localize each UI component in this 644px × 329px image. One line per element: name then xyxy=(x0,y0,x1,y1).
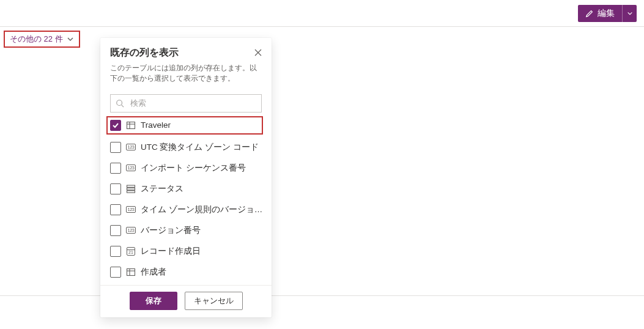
column-checkbox[interactable] xyxy=(110,225,121,236)
save-button[interactable]: 保存 xyxy=(130,292,177,310)
column-row[interactable]: 21レコード作成日 xyxy=(110,241,269,262)
column-label: 作成者 xyxy=(141,267,166,278)
column-checkbox[interactable] xyxy=(110,183,121,194)
close-button[interactable] xyxy=(252,46,264,59)
footer-divider xyxy=(0,295,644,296)
column-type-icon: 123 xyxy=(126,142,136,152)
column-row[interactable]: 123タイム ゾーン規則のバージョン番号 xyxy=(110,199,269,220)
svg-rect-7 xyxy=(127,268,135,275)
column-label: Traveler xyxy=(141,120,171,130)
columns-list[interactable]: Traveler123UTC 変換タイム ゾーン コード123インポート シーケ… xyxy=(100,116,272,285)
column-label: バージョン番号 xyxy=(141,225,201,236)
column-checkbox[interactable] xyxy=(110,142,121,153)
column-row[interactable]: 作成者 xyxy=(110,262,269,283)
column-checkbox[interactable] xyxy=(110,267,121,278)
search-icon xyxy=(116,99,124,108)
svg-rect-6 xyxy=(127,191,135,193)
column-checkbox[interactable] xyxy=(110,163,121,174)
column-type-icon xyxy=(126,120,136,130)
more-columns-dropdown[interactable]: その他の 22 件 xyxy=(4,31,80,48)
close-icon xyxy=(254,49,262,56)
save-button-label: 保存 xyxy=(146,295,161,306)
edit-button-label: 編集 xyxy=(598,8,615,19)
show-existing-columns-popover: 既存の列を表示 このテーブルには追加の列が存在します。以下の一覧から選択して表示… xyxy=(100,38,272,317)
cancel-button-label: キャンセル xyxy=(194,295,234,306)
pencil-icon xyxy=(585,9,594,18)
column-type-icon: 21 xyxy=(126,246,136,256)
popover-title: 既存の列を表示 xyxy=(110,46,262,59)
cancel-button[interactable]: キャンセル xyxy=(185,292,243,310)
column-label: UTC 変換タイム ゾーン コード xyxy=(141,142,259,153)
popover-subtitle: このテーブルには追加の列が存在します。以下の一覧から選択して表示できます。 xyxy=(110,63,262,84)
column-row[interactable]: 123バージョン番号 xyxy=(110,220,269,241)
column-label: ステータス xyxy=(141,183,183,194)
chevron-down-icon xyxy=(627,10,633,17)
column-type-icon xyxy=(126,184,136,194)
svg-point-0 xyxy=(117,100,122,106)
column-checkbox[interactable] xyxy=(110,204,121,215)
chevron-down-icon xyxy=(65,34,75,44)
search-field-wrapper xyxy=(110,94,262,113)
column-row[interactable]: 123インポート シーケンス番号 xyxy=(110,158,269,179)
column-row[interactable]: 作成者 (代理) xyxy=(110,283,269,285)
column-label: レコード作成日 xyxy=(141,246,201,257)
column-type-icon xyxy=(126,267,136,277)
edit-split-button: 編集 xyxy=(578,5,637,22)
column-label: インポート シーケンス番号 xyxy=(141,163,246,174)
edit-button[interactable]: 編集 xyxy=(578,5,622,22)
more-columns-label: その他の 22 件 xyxy=(10,34,63,45)
column-type-icon: 123 xyxy=(126,226,136,235)
svg-rect-4 xyxy=(127,185,135,187)
search-input[interactable] xyxy=(129,98,256,108)
column-row[interactable]: 123UTC 変換タイム ゾーン コード xyxy=(110,137,269,158)
column-label: タイム ゾーン規則のバージョン番号 xyxy=(141,204,265,215)
svg-rect-1 xyxy=(127,122,135,128)
column-checkbox[interactable] xyxy=(110,120,121,131)
column-row[interactable]: ステータス xyxy=(110,179,269,199)
column-row[interactable]: Traveler xyxy=(106,116,263,135)
column-checkbox[interactable] xyxy=(110,246,121,257)
column-type-icon: 123 xyxy=(126,163,136,173)
svg-rect-5 xyxy=(127,188,135,190)
edit-dropdown-button[interactable] xyxy=(622,5,637,22)
column-type-icon: 123 xyxy=(126,205,136,215)
